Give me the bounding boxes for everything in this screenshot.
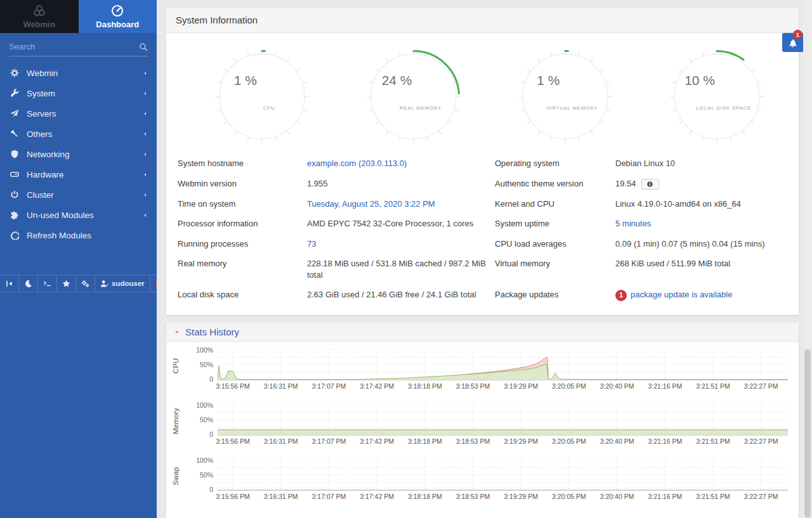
info-label-virtual-memory: Virtual memory: [495, 254, 610, 285]
sidebar-item-refresh-modules[interactable]: Refresh Modules: [0, 225, 157, 245]
x-tick-label: 3:19:29 PM: [504, 382, 538, 390]
x-tick-label: 3:16:31 PM: [264, 382, 298, 390]
sidebar-item-system[interactable]: System: [0, 83, 157, 103]
x-tick-label: 3:17:42 PM: [360, 493, 394, 500]
info-icon: [646, 181, 653, 188]
theme-settings-button[interactable]: [76, 275, 95, 292]
puzzle-icon: [10, 210, 19, 219]
sidebar-item-webmin[interactable]: Webmin: [0, 63, 157, 83]
moon-icon: [24, 280, 32, 288]
info-link[interactable]: example.com (203.0.113.0): [307, 159, 407, 168]
gauge-label: VIRTUAL MEMORY: [530, 105, 615, 111]
y-tick-0: 0: [184, 375, 213, 383]
x-tick-label: 3:22:27 PM: [744, 493, 778, 500]
chart-plot: [218, 405, 788, 436]
user-icon: [100, 280, 108, 288]
sidebar-item-hardware[interactable]: Hardware: [0, 164, 157, 185]
chart-swap: Swap100%50%03:15:56 PM3:16:31 PM3:17:07 …: [166, 452, 799, 507]
x-tick-label: 3:20:40 PM: [600, 382, 634, 390]
info-text: 0.09 (1 min) 0.07 (5 mins) 0.04 (15 mins…: [615, 239, 765, 249]
terminal-icon: [43, 280, 51, 288]
sidebar-item-others[interactable]: Others: [0, 124, 157, 144]
gauge-label: LOCAL DISK SPACE: [681, 105, 766, 111]
notifications-button[interactable]: 1: [782, 33, 803, 52]
sidebar-item-cluster[interactable]: Cluster: [0, 185, 157, 205]
page-title: System Information: [176, 15, 789, 25]
y-tick-100: 100%: [184, 346, 213, 354]
search-icon[interactable]: [139, 41, 148, 52]
x-tick-label: 3:15:56 PM: [216, 493, 250, 500]
theme-info-button[interactable]: [641, 179, 659, 190]
notification-badge: 1: [793, 30, 802, 39]
search-input[interactable]: [9, 42, 139, 51]
sidebar-item-label: Servers: [27, 109, 142, 119]
x-tick-label: 3:18:18 PM: [408, 493, 442, 500]
gauge-virtual-memory: 1 %VIRTUAL MEMORY: [516, 47, 615, 146]
gauge-dial: [516, 47, 615, 146]
system-information-header: System Information: [166, 8, 799, 33]
gauge-dial: [364, 47, 463, 146]
gauge-value: 1 %: [223, 73, 268, 88]
stats-history-header[interactable]: Stats History: [166, 323, 799, 342]
info-link[interactable]: 5 minutes: [615, 219, 651, 228]
x-tick-label: 3:16:31 PM: [264, 493, 298, 500]
info-text: Debian Linux 10: [615, 159, 675, 168]
info-value-real-memory: 228.18 MiB used / 531.8 MiB cached / 987…: [307, 254, 490, 285]
info-label-webmin-version: Webmin version: [178, 174, 302, 194]
x-axis-labels: 3:15:56 PM3:16:31 PM3:17:07 PM3:17:42 PM…: [218, 382, 788, 391]
tab-label: Webmin: [23, 20, 55, 29]
system-information-panel: System Information 1 %CPU24 %REAL MEMORY…: [166, 8, 799, 315]
scrollbar-thumb[interactable]: [804, 349, 811, 518]
x-tick-label: 3:20:05 PM: [552, 437, 586, 445]
info-text: 268 KiB used / 511.99 MiB total: [615, 259, 730, 268]
info-value-time-on-system[interactable]: Tuesday, August 25, 2020 3:22 PM: [307, 194, 490, 214]
info-link[interactable]: package update is available: [631, 290, 732, 299]
chart-axis-title: Memory: [171, 406, 180, 436]
x-tick-label: 3:15:56 PM: [216, 437, 250, 445]
gauge-dial: [213, 47, 311, 146]
shield-icon: [10, 150, 19, 159]
sidebar-item-servers[interactable]: Servers: [0, 103, 157, 124]
tab-label: Dashboard: [96, 20, 139, 29]
speedometer-icon: [111, 4, 124, 17]
gauge-dial: [667, 47, 766, 146]
y-tick-0: 0: [184, 486, 213, 493]
sidebar-item-networking[interactable]: Networking: [0, 144, 157, 164]
info-label-running-processes: Running processes: [178, 234, 302, 254]
info-value-running-processes[interactable]: 73: [307, 234, 490, 254]
scrollbar-track[interactable]: [803, 0, 812, 518]
sidebar-item-label: Webmin: [27, 68, 142, 78]
terminal-button[interactable]: [38, 275, 57, 292]
info-link[interactable]: Tuesday, August 25, 2020 3:22 PM: [307, 199, 435, 209]
user-menu-button[interactable]: sudouser: [95, 275, 150, 292]
night-mode-button[interactable]: [19, 275, 38, 292]
favorites-button[interactable]: [57, 275, 76, 292]
info-value-package-updates[interactable]: 1package update is available: [615, 285, 787, 306]
sidebar-item-label: System: [27, 89, 142, 98]
info-label-system-hostname: System hostname: [178, 153, 302, 174]
sidebar-item-label: Others: [27, 129, 142, 139]
x-tick-label: 3:18:53 PM: [456, 382, 490, 390]
info-value-kernel-and-cpu: Linux 4.19.0-10-amd64 on x86_64: [615, 194, 787, 214]
gauge-value: 10 %: [677, 73, 723, 88]
x-tick-label: 3:22:27 PM: [744, 382, 778, 390]
info-value-system-hostname[interactable]: example.com (203.0.113.0): [307, 153, 490, 174]
chart-memory: Memory100%50%03:15:56 PM3:16:31 PM3:17:0…: [166, 397, 799, 452]
x-tick-label: 3:20:05 PM: [552, 493, 586, 500]
x-tick-label: 3:22:27 PM: [744, 437, 778, 445]
tab-dashboard[interactable]: Dashboard: [79, 0, 157, 33]
tab-webmin[interactable]: Webmin: [0, 0, 79, 33]
sidebar-item-un-used-modules[interactable]: Un-used Modules: [0, 205, 157, 225]
caret-left-icon: [142, 152, 148, 157]
gauge-local-disk-space: 10 %LOCAL DISK SPACE: [667, 47, 766, 146]
collapse-sidebar-button[interactable]: [0, 275, 19, 292]
gavel-icon: [10, 129, 19, 138]
x-tick-label: 3:15:56 PM: [216, 382, 250, 390]
y-tick-50: 50%: [184, 361, 213, 368]
info-link[interactable]: 73: [307, 239, 316, 249]
caret-left-icon: [142, 70, 148, 76]
y-tick-50: 50%: [184, 471, 213, 479]
info-value-system-uptime[interactable]: 5 minutes: [615, 214, 787, 234]
x-tick-label: 3:19:29 PM: [504, 493, 538, 500]
y-tick-50: 50%: [184, 416, 213, 424]
